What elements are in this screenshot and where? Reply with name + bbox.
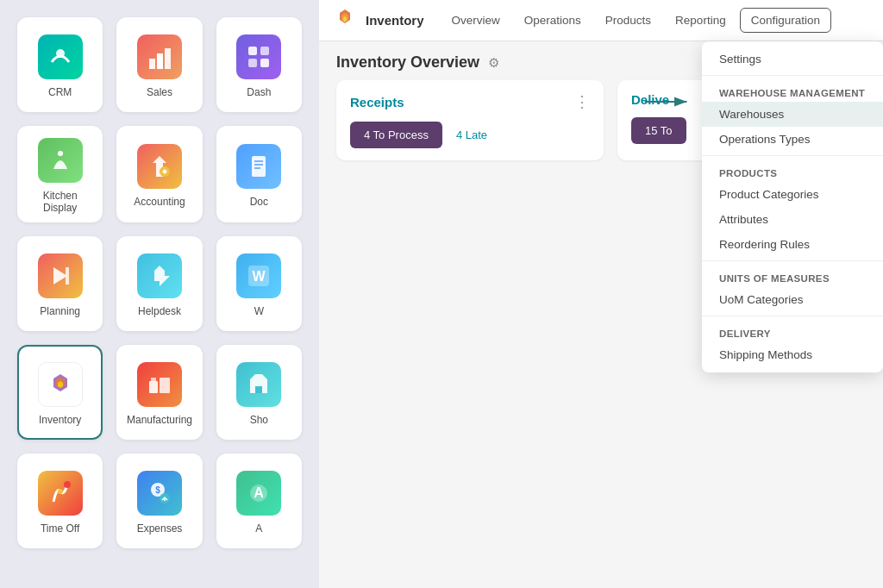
svg-rect-21 [149, 381, 158, 393]
arrow-indicator [642, 91, 693, 112]
svg-rect-10 [252, 156, 266, 177]
svg-rect-24 [255, 386, 262, 393]
crm-label: CRM [48, 86, 72, 98]
sales-label: Sales [147, 86, 172, 98]
main-panel: Inventory Overview Operations Products R… [319, 0, 883, 588]
manufacturing-icon [137, 362, 182, 407]
app-grid: CRM Sales Dash [0, 0, 319, 588]
app-expenses[interactable]: $ Expenses [116, 454, 202, 548]
app-dash[interactable]: Dash [216, 17, 302, 112]
receipts-title: Receipts [350, 95, 404, 109]
dropdown-divider-2 [702, 155, 883, 156]
nav-operations[interactable]: Operations [514, 9, 592, 32]
config-dropdown: Settings Warehouse Management Warehouses… [702, 41, 883, 372]
app-inventory[interactable]: Inventory [17, 345, 103, 440]
accounting-icon [137, 144, 182, 189]
manufacturing-label: Manufacturing [127, 414, 192, 426]
w-icon: W [236, 253, 281, 298]
app-logo [333, 7, 362, 34]
a-label: A [255, 522, 262, 535]
app-a[interactable]: A A [216, 454, 302, 548]
dash-icon [236, 34, 281, 79]
receipts-process-btn[interactable]: 4 To Process [350, 122, 442, 148]
nav-products[interactable]: Products [595, 9, 661, 32]
dropdown-divider-3 [702, 260, 883, 261]
deliveries-process-btn[interactable]: 15 To [631, 117, 686, 144]
settings-item[interactable]: Settings [702, 47, 883, 72]
dropdown-divider-1 [702, 75, 883, 76]
accounting-label: Accounting [134, 196, 185, 208]
svg-point-8 [58, 151, 63, 156]
products-header: Products [702, 160, 883, 182]
svg-rect-5 [260, 47, 269, 55]
svg-rect-6 [248, 59, 257, 67]
shop-icon [236, 362, 281, 407]
app-crm[interactable]: CRM [17, 17, 103, 112]
top-nav: Inventory Overview Operations Products R… [319, 0, 883, 41]
app-kitchen[interactable]: Kitchen Display [17, 126, 103, 222]
nav-app-name: Inventory [366, 13, 424, 28]
svg-text:W: W [253, 269, 266, 284]
svg-rect-3 [165, 48, 171, 69]
operations-types-item[interactable]: Operations Types [702, 127, 883, 152]
app-planning[interactable]: Planning [17, 236, 103, 331]
svg-rect-22 [160, 378, 170, 393]
warehouses-item[interactable]: Warehouses [702, 102, 883, 127]
shipping-methods-item[interactable]: Shipping Methods [702, 342, 883, 367]
product-categories-item[interactable]: Product Categories [702, 182, 883, 207]
kitchen-label: Kitchen Display [26, 190, 94, 214]
kitchen-icon [38, 138, 83, 183]
app-shop[interactable]: Sho [216, 345, 302, 440]
nav-overview[interactable]: Overview [442, 9, 510, 32]
shop-label: Sho [250, 414, 268, 426]
dash-label: Dash [247, 86, 271, 98]
planning-icon [38, 253, 83, 298]
uom-categories-item[interactable]: UoM Categories [702, 287, 883, 312]
attributes-item[interactable]: Attributes [702, 207, 883, 232]
planning-label: Planning [40, 305, 80, 317]
svg-rect-4 [248, 47, 257, 55]
app-timeoff[interactable]: Time Off [17, 454, 103, 548]
app-manufacturing[interactable]: Manufacturing [116, 345, 202, 440]
receipts-header: Receipts ⋮ [350, 92, 590, 111]
inventory-app-icon [38, 362, 83, 407]
svg-rect-15 [66, 267, 69, 285]
a-icon: A [236, 471, 281, 516]
app-helpdesk[interactable]: Helpdesk [116, 236, 202, 331]
crm-icon [38, 34, 83, 79]
svg-text:A: A [254, 485, 265, 500]
helpdesk-label: Helpdesk [138, 305, 181, 317]
dropdown-divider-4 [702, 316, 883, 316]
gear-icon[interactable]: ⚙ [488, 55, 499, 71]
svg-rect-1 [149, 59, 155, 69]
svg-rect-7 [260, 59, 269, 67]
svg-marker-14 [53, 267, 67, 285]
doc-label: Doc [250, 196, 268, 208]
reordering-rules-item[interactable]: Reordering Rules [702, 232, 883, 257]
expenses-label: Expenses [137, 522, 183, 535]
delivery-header: Delivery [702, 320, 883, 342]
timeoff-icon [38, 471, 83, 516]
app-accounting[interactable]: Accounting [116, 126, 202, 222]
svg-point-25 [64, 481, 71, 488]
nav-configuration[interactable]: Configuration [740, 8, 831, 33]
app-doc[interactable]: Doc [216, 126, 302, 222]
nav-reporting[interactable]: Reporting [665, 9, 736, 32]
page-title: Inventory Overview [336, 53, 479, 72]
receipts-dots[interactable]: ⋮ [574, 92, 590, 111]
svg-point-0 [56, 49, 65, 58]
svg-rect-2 [157, 53, 163, 69]
receipts-late[interactable]: 4 Late [456, 128, 487, 141]
receipts-card: Receipts ⋮ 4 To Process 4 Late [336, 80, 604, 160]
timeoff-label: Time Off [41, 522, 79, 535]
app-sales[interactable]: Sales [116, 17, 202, 112]
svg-point-26 [58, 489, 63, 494]
helpdesk-icon [137, 253, 182, 298]
uom-header: Units of Measures [702, 265, 883, 287]
doc-icon [236, 144, 281, 189]
sales-icon [137, 34, 182, 79]
warehouse-management-header: Warehouse Management [702, 79, 883, 102]
expenses-icon: $ [137, 471, 182, 516]
w-label: W [254, 305, 264, 317]
app-w[interactable]: W W [216, 236, 302, 331]
